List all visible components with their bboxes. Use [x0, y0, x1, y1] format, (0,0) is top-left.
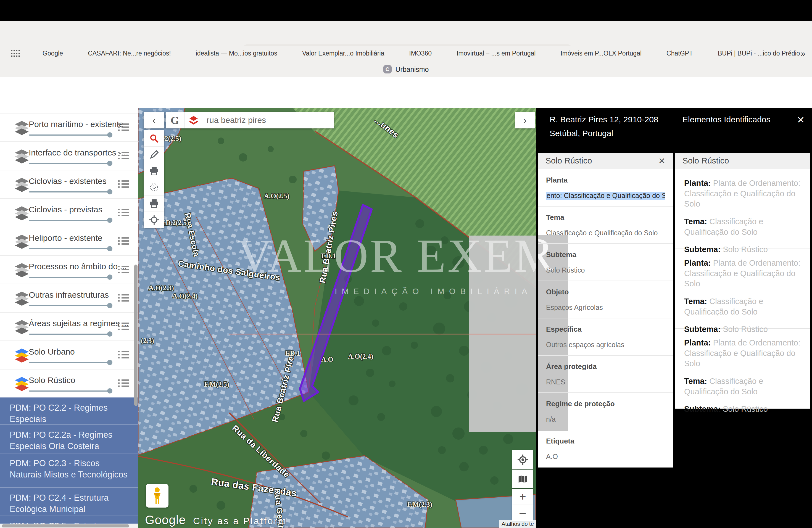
field-value[interactable]: n/a	[546, 415, 665, 423]
field-value[interactable]: A.O	[546, 453, 665, 460]
bookmark-item[interactable]: BUPi | BUPi - ...ico do Prédio	[706, 49, 800, 58]
opacity-slider[interactable]	[29, 362, 111, 363]
result-item[interactable]: Planta: Planta de Ordenamento: Classific…	[675, 169, 810, 249]
layer-row[interactable]: Ciclovias - existentes	[0, 170, 138, 199]
keyboard-shortcuts-label[interactable]: Atalhos do te	[499, 520, 536, 528]
bookmark-item[interactable]: Imovirtual – ...s em Portugal	[445, 49, 536, 58]
opacity-slider-knob[interactable]	[107, 218, 112, 223]
pdm-layer-item[interactable]: PDM: PO C2.2a - Regimes Especiais Orla C…	[0, 424, 138, 453]
field-value[interactable]: ento: Classificação e Qualificação do So…	[546, 192, 665, 200]
tab-urbanismo[interactable]: Urbanismo	[395, 65, 429, 73]
layer-menu-icon[interactable]	[118, 266, 129, 274]
my-location-tool-icon[interactable]	[144, 212, 164, 228]
field-value[interactable]: Solo Rústico	[546, 266, 665, 274]
layer-row[interactable]: Solo Urbano	[0, 340, 138, 369]
map-type-button[interactable]	[512, 470, 533, 488]
bookmarks-overflow-icon[interactable]: »	[801, 49, 806, 58]
layer-label: Ciclovias - previstas	[29, 205, 102, 214]
layers-icon	[14, 320, 30, 335]
field-value[interactable]: RNES	[546, 378, 665, 386]
layer-menu-icon[interactable]	[118, 180, 129, 189]
zoom-out-button[interactable]: −	[512, 505, 533, 522]
bookmark-items: Google CASAFARI: Ne...re negócios! ideal…	[30, 49, 812, 58]
zoom-in-button[interactable]: +	[512, 489, 533, 505]
opacity-slider-knob[interactable]	[107, 388, 112, 394]
opacity-slider-knob[interactable]	[107, 161, 112, 166]
opacity-slider[interactable]	[29, 277, 111, 278]
bookmark-item[interactable]: idealista — Mo...ios gratuitos	[184, 49, 277, 58]
print-alt-tool-icon[interactable]	[144, 195, 164, 212]
opacity-slider-knob[interactable]	[107, 246, 112, 251]
bookmark-item[interactable]: Imóveis em P...OLX Portugal	[548, 49, 642, 58]
layer-menu-icon[interactable]	[118, 209, 129, 217]
watermark-subtitle: IMEDIAÇÃO IMOBILIÁRIA	[335, 287, 532, 296]
opacity-slider[interactable]	[29, 334, 111, 335]
sidebar-vertical-scrollbar[interactable]	[134, 265, 137, 406]
result-subtema: Subtema: Solo Rústico	[684, 404, 801, 414]
opacity-slider[interactable]	[29, 134, 111, 136]
layer-row[interactable]: Áreas sujeitas a regimes ...	[0, 312, 138, 341]
pegman-control[interactable]	[146, 484, 169, 508]
layer-row[interactable]: Heliporto - existente	[0, 227, 138, 256]
detail-close-icon[interactable]: ✕	[658, 156, 665, 166]
result-item[interactable]: Planta: Planta de Ordenamento: Classific…	[675, 329, 810, 409]
opacity-slider-knob[interactable]	[107, 303, 112, 308]
pdm-layer-item[interactable]: PDM: PO C2.2 - Regimes Especiais	[0, 397, 138, 424]
layers-red-icon[interactable]	[185, 112, 203, 128]
opacity-slider-knob[interactable]	[107, 275, 112, 280]
opacity-slider-knob[interactable]	[107, 189, 112, 194]
pdm-layer-item[interactable]: PDM: PO C2.3 - Riscos Naturais Mistos e …	[0, 453, 138, 487]
field-value[interactable]: Outros espaços agrícolas	[546, 341, 665, 349]
opacity-slider[interactable]	[29, 163, 111, 164]
opacity-slider[interactable]	[29, 305, 111, 306]
result-item[interactable]: Planta: Planta de Ordenamento: Classific…	[675, 249, 810, 329]
opacity-slider-knob[interactable]	[107, 132, 112, 137]
bookmark-item[interactable]: CASAFARI: Ne...re negócios!	[76, 49, 171, 58]
bookmark-item[interactable]: IMO360	[397, 49, 432, 58]
layer-row[interactable]: Interface de transportes -...	[0, 142, 138, 171]
map-canvas[interactable]: VALOR EXEMPLAR IMEDIAÇÃO IMOBILIÁRIA ...…	[138, 108, 536, 528]
layer-row[interactable]: Outras infraestruturas	[0, 283, 138, 312]
opacity-slider[interactable]	[29, 220, 111, 221]
my-location-button[interactable]	[512, 450, 533, 469]
search-tool-icon[interactable]	[144, 130, 164, 147]
measure-tool-icon[interactable]	[144, 179, 164, 195]
layer-menu-icon[interactable]	[118, 379, 129, 388]
layers-icon	[14, 348, 30, 364]
opacity-slider[interactable]	[29, 391, 111, 392]
print-tool-icon[interactable]	[144, 163, 164, 179]
layer-row[interactable]: Porto marítimo - existente	[0, 113, 138, 142]
search-input[interactable]: rua beatriz pires	[203, 112, 334, 128]
layer-row[interactable]: Solo Rústico	[0, 369, 138, 398]
close-icon[interactable]: ✕	[797, 114, 805, 126]
opacity-slider-knob[interactable]	[107, 332, 112, 337]
bookmark-item[interactable]: Valor Exemplar...o Imobiliária	[290, 49, 384, 58]
layer-menu-icon[interactable]	[118, 351, 129, 359]
layer-menu-icon[interactable]	[118, 123, 129, 132]
field-value[interactable]: Classificação e Qualificação do Solo	[546, 229, 665, 237]
layer-menu-icon[interactable]	[118, 152, 129, 160]
bookmark-item[interactable]: Google	[30, 49, 63, 58]
map-search-bar[interactable]: G rua beatriz pires	[166, 112, 334, 128]
opacity-slider-knob[interactable]	[107, 360, 112, 365]
layer-menu-icon[interactable]	[118, 323, 129, 331]
field-label: Específica	[546, 325, 665, 334]
result-planta: Planta: Planta de Ordenamento: Classific…	[684, 338, 801, 369]
layer-menu-icon[interactable]	[118, 237, 129, 246]
result-planta: Planta: Planta de Ordenamento: Classific…	[684, 178, 801, 209]
sidebar-horizontal-scrollbar[interactable]	[0, 524, 138, 528]
pdm-layer-item[interactable]: PDM: PO C2.4 - Estrutura Ecológica Munic…	[0, 487, 138, 516]
layer-menu-icon[interactable]	[118, 294, 129, 303]
field-value[interactable]: Espaços Agrícolas	[546, 304, 665, 311]
expand-panel-button[interactable]: ›	[515, 112, 535, 128]
collapse-panel-button[interactable]: ‹	[144, 112, 164, 128]
draw-tool-icon[interactable]	[144, 147, 164, 163]
layer-row[interactable]: Ciclovias - previstas	[0, 198, 138, 227]
bookmarks-grid-icon[interactable]	[11, 50, 20, 57]
scrollbar-thumb[interactable]	[2, 524, 129, 527]
bookmark-favicon	[184, 49, 192, 58]
bookmark-item[interactable]: ChatGPT	[654, 49, 693, 58]
opacity-slider[interactable]	[29, 191, 111, 192]
layer-row[interactable]: Processos no âmbito do ...	[0, 255, 138, 284]
opacity-slider[interactable]	[29, 248, 111, 249]
